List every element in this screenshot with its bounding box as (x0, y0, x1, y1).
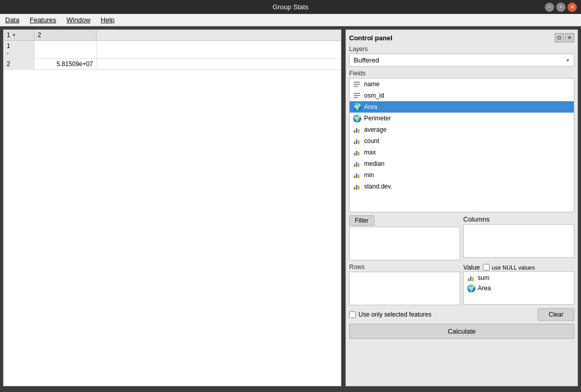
svg-rect-19 (356, 174, 357, 178)
fields-list[interactable]: name osm_id 🌍 Area (349, 78, 574, 212)
filter-columns-row: Filter Columns (349, 215, 574, 260)
bar-icon-sum (467, 274, 475, 282)
row-1-col-1: 1- (4, 41, 35, 58)
svg-rect-25 (470, 276, 472, 281)
field-area[interactable]: 🌍 Area (350, 101, 574, 113)
svg-rect-14 (358, 152, 359, 155)
bottom-row: Use only selected features Clear (349, 308, 574, 321)
column-header-1[interactable]: 1 ▼ (4, 30, 35, 40)
svg-rect-23 (358, 186, 359, 190)
layer-select[interactable]: Buffered (349, 54, 574, 67)
row-1-col-2 (35, 41, 97, 58)
field-max[interactable]: max (350, 147, 574, 158)
bar-icon-standdev (353, 182, 361, 191)
globe-icon-value-area: 🌍 (467, 284, 475, 292)
row-2-col-2: 5.81509e+07 (35, 59, 97, 69)
field-perimeter[interactable]: 🌍 Perimeter (350, 113, 574, 124)
use-selected-checkbox[interactable] (349, 311, 356, 318)
table-body: 1- 2 5.81509e+07 (4, 41, 341, 386)
bar-icon-median (353, 160, 361, 168)
close-button[interactable]: ✕ (568, 3, 577, 12)
filter-section: Filter (349, 215, 460, 260)
bar-icon-max (353, 148, 361, 156)
sort-icon-1: ▼ (12, 33, 17, 38)
layers-section: Layers Buffered (349, 45, 574, 67)
filter-header: Filter (349, 215, 460, 226)
field-name[interactable]: name (350, 79, 574, 90)
field-min-label: min (364, 171, 374, 179)
text-field-icon (353, 80, 361, 88)
value-label: Value (463, 263, 480, 271)
panel-icon-1[interactable]: ⊡ (555, 33, 564, 42)
menu-window[interactable]: Window (64, 15, 93, 25)
svg-rect-7 (356, 128, 357, 133)
rows-drop-area[interactable] (349, 272, 460, 305)
value-item-area: 🌍 Area (465, 283, 573, 293)
value-area-label: Area (478, 285, 491, 292)
svg-rect-21 (354, 187, 355, 190)
svg-rect-15 (354, 164, 355, 167)
value-sum-label: sum (478, 274, 490, 281)
svg-rect-8 (358, 129, 359, 133)
text-field-icon-2 (353, 91, 361, 100)
menu-help[interactable]: Help (98, 15, 118, 25)
value-item-sum: sum (465, 273, 573, 283)
maximize-button[interactable]: + (556, 3, 566, 12)
panel-icon-2[interactable]: ✕ (565, 33, 574, 42)
field-perimeter-label: Perimeter (364, 115, 391, 122)
layer-select-wrapper: Buffered (349, 54, 574, 67)
value-header-row: Value use NULL values (463, 263, 574, 271)
svg-rect-2 (354, 86, 358, 87)
column-header-2[interactable]: 2 (35, 30, 97, 40)
svg-rect-4 (354, 95, 360, 96)
rows-label: Rows (349, 263, 460, 271)
use-null-label: use NULL values (492, 264, 535, 271)
svg-rect-18 (354, 176, 355, 178)
layers-label: Layers (349, 45, 574, 53)
menu-data[interactable]: Data (2, 15, 22, 25)
table-header: 1 ▼ 2 (4, 30, 341, 41)
fields-label: Fields (349, 70, 574, 77)
control-panel-title: Control panel (349, 34, 392, 42)
columns-section: Columns (463, 215, 574, 258)
main-content: 1 ▼ 2 1- 2 5.81509e+07 Control panel ⊡ (0, 26, 581, 389)
globe-icon-perimeter: 🌍 (353, 114, 361, 122)
header-icons: ⊡ ✕ (555, 33, 574, 42)
use-selected-wrapper: Use only selected features (349, 311, 431, 318)
value-drop-area[interactable]: sum 🌍 Area (463, 271, 574, 305)
svg-rect-26 (472, 277, 474, 281)
svg-rect-24 (468, 278, 469, 281)
columns-label: Columns (463, 215, 490, 223)
svg-rect-20 (358, 175, 359, 178)
clear-button[interactable]: Clear (538, 308, 574, 321)
svg-rect-3 (354, 93, 360, 94)
field-osm-id[interactable]: osm_id (350, 90, 574, 101)
control-panel-header: Control panel ⊡ ✕ (349, 33, 574, 42)
calculate-button[interactable]: Calculate (349, 324, 574, 339)
field-min[interactable]: min (350, 169, 574, 181)
menu-features[interactable]: Features (26, 15, 59, 25)
filter-button[interactable]: Filter (349, 215, 374, 226)
field-standdev[interactable]: stand.dev. (350, 181, 574, 192)
use-null-checkbox[interactable] (483, 264, 490, 271)
svg-rect-13 (356, 151, 357, 155)
field-median[interactable]: median (350, 158, 574, 169)
table-row: 2 5.81509e+07 (4, 59, 341, 70)
row-2-col-1: 2 (4, 59, 35, 69)
field-name-label: name (364, 81, 380, 88)
rows-section: Rows (349, 263, 460, 305)
globe-icon-area: 🌍 (353, 103, 361, 111)
svg-rect-0 (354, 82, 360, 83)
minimize-button[interactable]: − (545, 3, 554, 12)
svg-rect-9 (354, 142, 355, 144)
left-panel: 1 ▼ 2 1- 2 5.81509e+07 (3, 29, 341, 386)
svg-rect-5 (354, 97, 358, 98)
svg-rect-22 (356, 185, 357, 190)
filter-drop-area[interactable] (349, 227, 460, 260)
field-area-label: Area (364, 103, 377, 111)
field-average[interactable]: average (350, 124, 574, 135)
title-controls: − + ✕ (545, 3, 577, 12)
field-count[interactable]: count (350, 135, 574, 147)
use-null-checkbox-wrapper: use NULL values (483, 264, 535, 271)
columns-drop-area[interactable] (463, 224, 574, 258)
